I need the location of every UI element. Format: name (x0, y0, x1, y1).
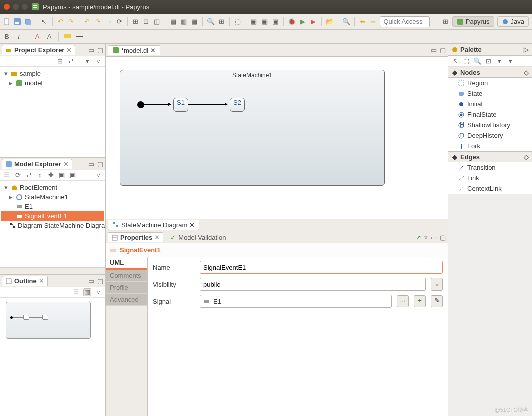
view2-icon[interactable]: ▣ (261, 18, 268, 26)
palette-item-state[interactable]: State (448, 88, 532, 99)
tree-item-root[interactable]: ▾ RootElement (1, 183, 104, 192)
transition-arrow[interactable] (188, 104, 228, 105)
category-advanced[interactable]: Advanced (106, 294, 148, 306)
palette-section-nodes[interactable]: ◆ Nodes ◇ (448, 67, 532, 78)
open-folder-icon[interactable]: 📂 (326, 18, 334, 26)
model-explorer-tab[interactable]: Model Explorer ✕ (2, 159, 72, 169)
italic-button[interactable]: I (15, 33, 23, 41)
drawer-toggle-icon[interactable]: ◇ (524, 69, 529, 76)
perspective-papyrus[interactable]: Papyrus (452, 16, 494, 27)
marquee-tool-icon[interactable]: ⬚ (462, 58, 470, 66)
minimize-props-icon[interactable]: ▭ (431, 234, 437, 242)
statemachine-region[interactable]: StateMachine1 S1 S2 (120, 70, 385, 186)
project-explorer-tab[interactable]: Project Explorer ✕ (2, 45, 76, 55)
project-tree[interactable]: ▾ sample ▸ model (0, 67, 106, 158)
twisty-icon[interactable]: ▾ (3, 184, 9, 192)
category-comments[interactable]: Comments (106, 270, 148, 282)
zoom-tool-icon[interactable]: 🔍 (474, 58, 482, 66)
state-s2[interactable]: S2 (230, 98, 245, 112)
twisty-icon[interactable]: ▸ (8, 80, 14, 87)
link-icon[interactable]: ⇄ (25, 172, 33, 180)
visibility-input[interactable] (200, 278, 426, 291)
menu-icon[interactable]: ▿ (94, 58, 102, 66)
layout2-icon[interactable]: ▥ (180, 18, 188, 26)
arrow-right-icon[interactable]: → (105, 18, 112, 26)
layout3-icon[interactable]: ▦ (191, 18, 198, 26)
twisty-icon[interactable]: ▾ (3, 70, 9, 78)
close-view-icon[interactable]: ✕ (39, 278, 44, 285)
more-tools-icon[interactable]: ▾ (506, 58, 514, 66)
minimize-view-icon[interactable]: ▭ (88, 46, 94, 54)
horizontal-scrollbar[interactable] (0, 268, 106, 274)
layout-icon[interactable]: ▤ (170, 18, 177, 26)
collapse-all-icon[interactable]: ⊟ (56, 58, 64, 66)
view3-icon[interactable]: ▣ (272, 18, 280, 26)
fill-color-icon[interactable] (64, 33, 72, 41)
new-icon[interactable] (3, 18, 10, 26)
font-button[interactable]: A (46, 33, 54, 41)
outline-canvas[interactable] (0, 298, 106, 416)
palette-item-transition[interactable]: Transition (448, 162, 532, 173)
maximize-editor-icon[interactable]: ▢ (440, 46, 446, 54)
more1-icon[interactable]: ▣ (58, 172, 66, 180)
menu-icon[interactable]: ▿ (94, 288, 102, 296)
initial-node[interactable] (138, 102, 144, 108)
menu-icon[interactable]: ▿ (94, 172, 102, 180)
diagram-canvas[interactable]: StateMachine1 S1 S2 (106, 57, 448, 219)
bold-button[interactable]: B (3, 33, 11, 41)
maximize-props-icon[interactable]: ▢ (440, 234, 446, 242)
diagram-tab[interactable]: StateMachine Diagram ✕ (108, 220, 200, 230)
search-icon[interactable]: 🔍 (342, 18, 350, 26)
tree-item-sample[interactable]: ▾ sample (1, 69, 104, 78)
visibility-dropdown-button[interactable]: ⌄ (431, 278, 443, 291)
palette-item-region[interactable]: Region (448, 78, 532, 88)
select-all-icon[interactable]: ⬚ (234, 18, 242, 26)
minimize-view-icon[interactable]: ▭ (88, 278, 94, 285)
menu-icon[interactable]: ▿ (424, 234, 428, 242)
note-tool-icon[interactable]: ▾ (496, 58, 504, 66)
tree-item-e1[interactable]: E1 (1, 202, 104, 212)
quick-access-input[interactable] (380, 16, 430, 28)
maximize-view-icon[interactable]: ▢ (98, 278, 104, 285)
tree-item-signalevent[interactable]: SignalEventE1 (1, 212, 104, 221)
validation-tab[interactable]: ✓ Model Validation (166, 233, 230, 242)
perspective-java[interactable]: Java (498, 16, 529, 27)
grid-icon[interactable]: ⊞ (218, 18, 226, 26)
palette-item-contextlink[interactable]: ContextLink (448, 184, 532, 194)
font-color-button[interactable]: A (34, 33, 42, 41)
name-input[interactable] (200, 261, 443, 274)
close-view-icon[interactable]: ✕ (66, 46, 72, 54)
palette-item-initial[interactable]: Initial (448, 99, 532, 110)
refresh-icon[interactable]: ⟳ (116, 18, 123, 26)
filter-icon[interactable]: ▾ (84, 58, 92, 66)
outline-overview[interactable] (6, 302, 91, 339)
tree-item-model[interactable]: ▸ model (1, 78, 104, 88)
tree-item-diagram[interactable]: Diagram StateMachine Diagram (1, 221, 104, 230)
outline-tab[interactable]: Outline ✕ (2, 276, 48, 286)
select-tool-icon[interactable]: ↖ (452, 58, 460, 66)
align-icon[interactable]: ⊞ (132, 18, 140, 26)
model-tree[interactable]: ▾ RootElement ▸ StateMachine1 E1 (0, 181, 106, 268)
undo2-icon[interactable]: ↶ (84, 18, 91, 26)
signal-add-button[interactable]: + (414, 296, 426, 308)
maximize-window-button[interactable] (22, 4, 28, 10)
redo-icon[interactable]: ↷ (68, 18, 75, 26)
editor-tab[interactable]: *model.di ✕ (108, 46, 160, 56)
view1-icon[interactable]: ▣ (250, 18, 258, 26)
transition-arrow[interactable] (144, 104, 171, 105)
new-window-icon[interactable]: ↗ (416, 234, 422, 242)
twisty-icon[interactable]: ▸ (8, 194, 14, 201)
debug-icon[interactable]: 🐞 (288, 18, 296, 26)
maximize-view-icon[interactable]: ▢ (98, 160, 104, 168)
statemachine-body[interactable]: S1 S2 (120, 80, 384, 186)
zoom-dashed-icon[interactable]: ⊡ (484, 58, 492, 66)
drawer-toggle-icon[interactable]: ◇ (524, 154, 529, 161)
new-icon[interactable]: ✚ (47, 172, 55, 180)
close-window-button[interactable] (4, 4, 10, 10)
maximize-view-icon[interactable]: ▢ (98, 46, 104, 54)
line-color-icon[interactable] (76, 33, 84, 41)
save-icon[interactable] (14, 18, 21, 26)
more2-icon[interactable]: ▣ (69, 172, 77, 180)
properties-tab[interactable]: Properties ✕ (108, 232, 164, 242)
signal-edit-button[interactable]: ✎ (431, 296, 443, 308)
